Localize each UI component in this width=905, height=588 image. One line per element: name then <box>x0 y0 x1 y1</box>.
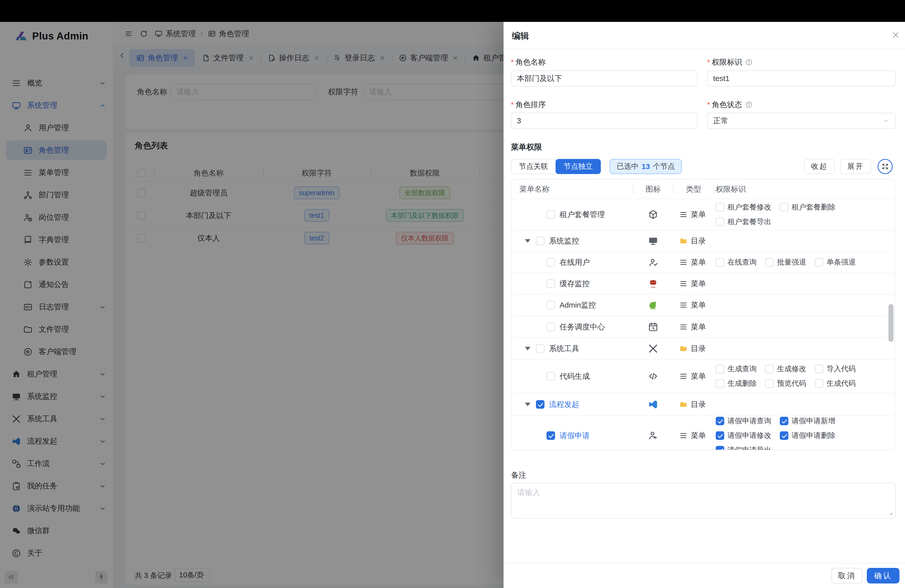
menu-icon-cell <box>648 371 658 381</box>
tree-checkbox[interactable] <box>546 258 555 267</box>
scrollbar-thumb[interactable] <box>888 304 894 342</box>
tree-checkbox[interactable] <box>546 372 555 380</box>
chevron-down-icon <box>883 117 890 124</box>
type-label: 菜单 <box>691 210 706 220</box>
role-status-select[interactable]: 正常 <box>707 113 896 129</box>
redis-icon: redis <box>648 278 658 289</box>
menu-icon-cell <box>648 399 658 410</box>
tree-checkbox[interactable] <box>546 280 555 288</box>
perm-item-预览代码[interactable]: 预览代码 <box>765 378 806 389</box>
cancel-button[interactable]: 取消 <box>831 568 863 583</box>
perm-item-请假申请修改[interactable]: 请假申请修改 <box>716 431 771 441</box>
node-independent-button[interactable]: 节点独立 <box>556 159 601 174</box>
question-icon <box>745 58 753 66</box>
perm-item-生成修改[interactable]: 生成修改 <box>765 364 806 374</box>
menu-icon-cell <box>648 257 658 268</box>
resize-icon <box>887 509 893 516</box>
menu-tree-row-缓存监控: 缓存监控redis菜单 <box>511 273 894 294</box>
node-linked-button[interactable]: 节点关联 <box>511 159 556 174</box>
tools-icon <box>648 343 658 354</box>
menu-tree-row-流程发起: 流程发起目录 <box>511 393 894 415</box>
collapse-all-button[interactable]: 收起 <box>804 159 835 174</box>
column-divider <box>713 184 714 194</box>
menu-icon <box>679 280 687 288</box>
role-name-input[interactable] <box>511 70 698 86</box>
modal-overlay[interactable] <box>0 0 503 588</box>
folderFill-icon <box>679 400 687 408</box>
svg-text:spring: spring <box>650 307 656 310</box>
perm-item-单条强退[interactable]: 单条强退 <box>815 257 856 267</box>
perm-item-租户套餐导出[interactable]: 租户套餐导出 <box>716 217 771 227</box>
screen: Plus Admin 概览系统管理用户管理角色管理菜单管理部门管理岗位管理字典管… <box>0 0 905 588</box>
perm-label: 租户套餐修改 <box>727 202 771 212</box>
help-icon[interactable] <box>745 58 753 66</box>
tree-checkbox[interactable] <box>546 210 555 219</box>
note-textarea[interactable] <box>511 483 896 518</box>
perm-item-请假申请导出[interactable]: 请假申请导出 <box>716 445 771 450</box>
tree-checkbox[interactable] <box>546 431 555 440</box>
menu-tree-row-任务调度中心: 任务调度中心菜单 <box>511 316 894 337</box>
perm-item-租户套餐修改[interactable]: 租户套餐修改 <box>716 202 771 212</box>
tree-checkbox[interactable] <box>536 400 545 409</box>
drawer-title: 编辑 <box>512 30 529 42</box>
role-sort-field-label: * 角色排序 <box>511 100 546 110</box>
tree-col-perm-key: 权限标识 <box>716 180 746 199</box>
perm-item-生成查询[interactable]: 生成查询 <box>716 364 757 374</box>
tree-checkbox[interactable] <box>546 301 555 309</box>
role-name-field-label: * 角色名称 <box>511 57 546 67</box>
fullscreen-button[interactable] <box>878 159 893 174</box>
role-sort-input[interactable] <box>511 113 698 129</box>
help-icon[interactable] <box>745 101 753 108</box>
menu-icon-cell <box>648 236 658 246</box>
menu-tree-row-代码生成: 代码生成菜单生成查询生成修改导入代码生成删除预览代码生成代码 <box>511 359 894 393</box>
expander-icon[interactable] <box>525 347 530 350</box>
type-cell: 菜单 <box>679 430 706 441</box>
tree-checkbox[interactable] <box>546 323 555 331</box>
perm-item-在线查询[interactable]: 在线查询 <box>716 257 757 267</box>
tree-node-label: 流程发起 <box>549 399 579 410</box>
menu-tree-row-系统工具: 系统工具目录 <box>511 337 894 359</box>
menu-icon-cell: spring <box>648 300 658 310</box>
menu-permission-tree: 菜单名称 图标 类型 权限标识 租户套餐管理菜单租户套餐修改租户套餐删除租户套餐… <box>511 179 895 450</box>
drawer-footer-divider <box>503 563 905 563</box>
menu-icon <box>679 431 687 440</box>
menu-icon <box>679 323 687 331</box>
type-label: 菜单 <box>691 257 706 267</box>
tree-checkbox[interactable] <box>536 237 545 245</box>
perm-item-批量强退[interactable]: 批量强退 <box>765 257 806 267</box>
menu-icon <box>679 372 687 380</box>
perm-item-生成代码[interactable]: 生成代码 <box>815 378 856 389</box>
perm-item-生成删除[interactable]: 生成删除 <box>716 378 757 389</box>
perm-checkbox-group: 请假申请查询请假申请新增请假申请修改请假申请删除请假申请导出 <box>716 416 893 450</box>
required-asterisk: * <box>707 100 710 109</box>
perm-label: 生成修改 <box>777 364 806 374</box>
type-label: 菜单 <box>691 322 706 332</box>
perm-label: 批量强退 <box>777 257 806 267</box>
column-divider <box>633 184 633 194</box>
perm-label: 租户套餐导出 <box>727 217 771 227</box>
tree-node-label: 系统工具 <box>549 343 579 354</box>
tree-col-menu-name: 菜单名称 <box>519 180 549 199</box>
perm-item-导入代码[interactable]: 导入代码 <box>815 364 856 374</box>
menu-icon-cell <box>648 209 658 220</box>
perm-label: 请假申请修改 <box>727 431 771 441</box>
calendar-icon <box>648 322 658 332</box>
expand-all-button[interactable]: 展开 <box>840 159 871 174</box>
perm-item-请假申请删除[interactable]: 请假申请删除 <box>780 431 835 441</box>
tree-checkbox[interactable] <box>536 344 545 353</box>
folderFill-icon <box>679 237 687 245</box>
perm-item-请假申请查询[interactable]: 请假申请查询 <box>716 416 771 426</box>
required-asterisk: * <box>707 58 710 67</box>
expand-arrows-icon <box>881 163 889 170</box>
perm-key-input[interactable] <box>707 70 896 86</box>
menu-icon-cell <box>648 322 658 332</box>
resize-handle-icon[interactable] <box>887 509 893 516</box>
confirm-button[interactable]: 确认 <box>867 568 899 583</box>
perm-item-请假申请新增[interactable]: 请假申请新增 <box>780 416 835 426</box>
expander-icon[interactable] <box>525 239 530 243</box>
perm-item-租户套餐删除[interactable]: 租户套餐删除 <box>780 202 835 212</box>
selected-count-pill[interactable]: 已选中 13 个节点 <box>610 159 682 174</box>
perm-label: 请假申请新增 <box>792 416 835 426</box>
close-icon[interactable] <box>891 31 900 39</box>
expander-icon[interactable] <box>525 403 530 406</box>
